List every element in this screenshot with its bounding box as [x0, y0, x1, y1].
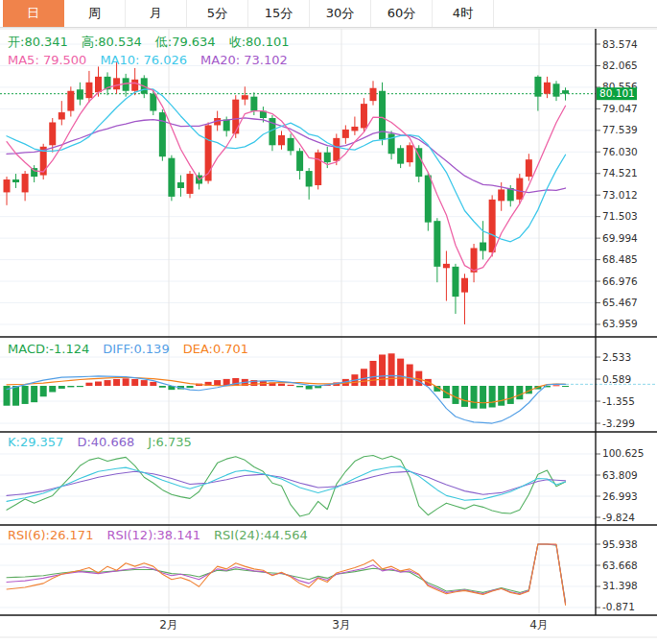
macd-histogram-bar	[489, 386, 496, 407]
candle-body	[278, 135, 285, 145]
tab-interval-6[interactable]: 60分	[371, 0, 433, 27]
ma20-value: MA20: 73.102	[200, 53, 288, 67]
price-axis-label: 74.521	[602, 167, 638, 179]
macd-histogram-bar	[296, 386, 303, 387]
macd-histogram-bar	[306, 386, 313, 390]
macd-histogram-bar	[123, 378, 129, 386]
tab-interval-1[interactable]: 周	[64, 0, 126, 27]
macd-histogram-bar	[113, 379, 120, 386]
price-axis-label: 73.012	[602, 189, 638, 201]
candle-body	[242, 95, 248, 99]
macd-histogram-bar	[288, 385, 294, 386]
candle-body	[425, 176, 432, 223]
candle-body	[333, 138, 340, 161]
candle-body	[562, 90, 569, 94]
macd-histogram-bar	[562, 386, 569, 387]
macd-histogram-bar	[150, 382, 156, 386]
macd-histogram-bar	[553, 385, 560, 386]
macd-histogram-bar	[67, 386, 74, 387]
macd-axis-label: 0.589	[602, 373, 631, 385]
macd-histogram-bar	[361, 369, 367, 386]
macd-axis-label: 2.533	[602, 351, 631, 363]
kdj-axis-label: 26.993	[602, 490, 638, 502]
price-axis-label: 77.539	[602, 124, 638, 135]
kdj-readout: K:29.357D:40.668J:6.735	[8, 435, 205, 449]
candle-body	[12, 179, 19, 182]
candle-body	[150, 94, 156, 111]
high-value: 高:80.534	[82, 35, 142, 49]
candle-body	[85, 83, 92, 98]
candle-body	[59, 112, 65, 119]
candle-body	[168, 158, 175, 197]
tab-interval-0[interactable]: 日	[3, 0, 64, 27]
kdj-axis-label: 63.809	[602, 469, 638, 481]
candle-body	[324, 153, 331, 162]
candle-body	[498, 189, 504, 201]
candle-body	[223, 120, 230, 131]
price-axis-label: 65.467	[602, 297, 638, 308]
month-label: 2月	[159, 618, 178, 632]
candle-body	[288, 138, 294, 151]
macd-histogram-bar	[480, 386, 486, 409]
low-value: 低:79.634	[155, 35, 216, 49]
candle-body	[177, 182, 184, 188]
diff-value: DIFF:0.139	[103, 342, 169, 356]
tab-interval-5[interactable]: 30分	[310, 0, 371, 27]
candle-body	[397, 148, 404, 163]
macd-histogram-bar	[31, 386, 37, 402]
macd-histogram-bar	[397, 359, 404, 386]
rsi12-value: RSI(12):38.141	[106, 528, 200, 542]
rsi6-value: RSI(6):26.171	[8, 528, 93, 542]
rsi-readout: RSI(6):26.171RSI(12):38.141RSI(24):44.56…	[8, 528, 321, 542]
macd-value: MACD:-1.124	[8, 342, 89, 356]
ma-readout: MA5: 79.500MA10: 76.026MA20: 73.102	[8, 53, 301, 67]
month-label: 3月	[332, 618, 351, 632]
candle-body	[553, 83, 560, 96]
candle-body	[159, 112, 166, 156]
candle-body	[461, 278, 468, 293]
macd-histogram-bar	[187, 386, 194, 388]
k-value: K:29.357	[8, 435, 63, 449]
chart-background	[0, 28, 657, 644]
chart-canvas: 83.57482.06580.55679.04777.53976.03074.5…	[0, 28, 657, 644]
tab-interval-3[interactable]: 5分	[187, 0, 248, 27]
price-axis-label: 83.574	[602, 38, 638, 50]
candle-body	[296, 151, 303, 171]
macd-histogram-bar	[59, 386, 65, 389]
macd-histogram-bar	[370, 361, 377, 386]
stock-chart-app: 日周月5分15分30分60分4时 83.57482.06580.55679.04…	[0, 0, 657, 644]
j-value: J:6.735	[148, 435, 191, 449]
candle-body	[361, 104, 367, 128]
candle-body	[67, 91, 74, 111]
month-label: 4月	[529, 618, 549, 632]
candle-body	[452, 267, 458, 297]
candle-body	[526, 159, 532, 177]
macd-histogram-bar	[131, 379, 138, 386]
macd-histogram-bar	[407, 365, 413, 386]
macd-axis-label: -3.299	[602, 417, 635, 429]
macd-histogram-bar	[452, 386, 458, 404]
macd-histogram-bar	[22, 386, 29, 404]
candle-body	[4, 179, 11, 192]
macd-readout: MACD:-1.124DIFF:0.139DEA:0.701	[8, 342, 262, 356]
macd-histogram-bar	[77, 386, 83, 387]
tab-interval-7[interactable]: 4时	[433, 0, 494, 27]
macd-histogram-bar	[388, 353, 395, 386]
tab-interval-2[interactable]: 月	[126, 0, 187, 27]
price-axis-label: 82.065	[602, 60, 638, 71]
rsi-axis-label: 95.938	[602, 538, 638, 550]
macd-histogram-bar	[516, 386, 523, 399]
macd-histogram-bar	[49, 386, 56, 393]
macd-histogram-bar	[461, 386, 468, 407]
tab-interval-4[interactable]: 15分	[248, 0, 310, 27]
candle-body	[113, 78, 120, 89]
candle-body	[315, 153, 321, 185]
macd-histogram-bar	[379, 354, 386, 386]
candle-body	[388, 133, 395, 154]
macd-histogram-bar	[498, 386, 504, 406]
current-price-badge-label: 80.101	[599, 87, 635, 99]
kdj-axis-label: 100.625	[602, 447, 644, 459]
macd-histogram-bar	[159, 386, 166, 388]
candle-body	[351, 127, 358, 131]
open-value: 开:80.341	[8, 35, 68, 49]
